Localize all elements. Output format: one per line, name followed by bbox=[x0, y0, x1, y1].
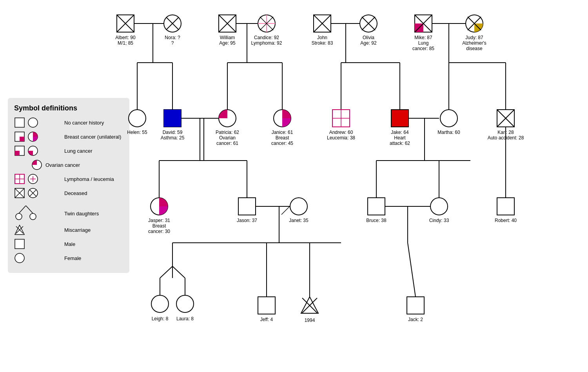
node-laura: Laura: 8 bbox=[176, 295, 194, 321]
svg-text:Mike: 87: Mike: 87 bbox=[414, 35, 432, 40]
node-janice: Janice: 61 Breast cancer: 45 bbox=[271, 110, 293, 146]
svg-text:Asthma: 25: Asthma: 25 bbox=[161, 135, 185, 141]
svg-text:Jake: 64: Jake: 64 bbox=[391, 130, 409, 135]
svg-text:Age: 92: Age: 92 bbox=[360, 40, 377, 46]
svg-text:Lung: Lung bbox=[418, 40, 429, 46]
svg-rect-175 bbox=[407, 297, 424, 314]
node-helen: Helen: 55 bbox=[127, 110, 147, 135]
svg-text:Robert: 40: Robert: 40 bbox=[495, 218, 517, 223]
node-leigh: Leigh: 8 bbox=[151, 295, 169, 321]
svg-text:John: John bbox=[317, 35, 327, 40]
node-janet: Janet: 35 bbox=[289, 198, 309, 223]
node-john: John Stroke: 83 bbox=[312, 15, 333, 46]
svg-rect-154 bbox=[497, 198, 514, 215]
node-cindy: Cindy: 33 bbox=[429, 198, 449, 223]
svg-text:David: 59: David: 59 bbox=[163, 130, 183, 135]
svg-text:Janet: 35: Janet: 35 bbox=[289, 218, 309, 223]
svg-text:Age: 95: Age: 95 bbox=[219, 40, 236, 46]
svg-text:Ovarian: Ovarian bbox=[219, 135, 236, 141]
svg-text:Leigh: 8: Leigh: 8 bbox=[152, 316, 169, 321]
node-jeff: Jeff: 4 bbox=[258, 297, 275, 322]
svg-text:Heart: Heart bbox=[394, 135, 406, 141]
node-miscarriage-1994: 1994 bbox=[301, 297, 318, 323]
svg-text:Candice: 92: Candice: 92 bbox=[254, 35, 279, 40]
svg-text:Patricia: 62: Patricia: 62 bbox=[216, 130, 239, 135]
svg-text:Albert: 90: Albert: 90 bbox=[115, 35, 136, 40]
svg-text:Olivia: Olivia bbox=[363, 35, 374, 40]
node-patricia: Patricia: 62 Ovarian cancer: 61 bbox=[216, 110, 239, 146]
svg-point-147 bbox=[290, 198, 307, 215]
svg-text:Jasper: 31: Jasper: 31 bbox=[148, 218, 170, 223]
node-robert: Robert: 40 bbox=[495, 198, 517, 223]
svg-text:?: ? bbox=[171, 40, 174, 46]
svg-rect-169 bbox=[258, 297, 275, 314]
svg-rect-115 bbox=[391, 110, 408, 127]
svg-text:Janice: 61: Janice: 61 bbox=[272, 130, 293, 135]
svg-text:Helen: 55: Helen: 55 bbox=[127, 130, 147, 135]
svg-text:attack: 62: attack: 62 bbox=[390, 141, 410, 146]
node-olivia: Olivia Age: 92 bbox=[360, 15, 377, 46]
svg-text:Laura: 8: Laura: 8 bbox=[176, 316, 194, 321]
node-mike: Mike: 87 Lung cancer: 85 bbox=[412, 15, 434, 51]
node-william: William Age: 95 bbox=[219, 15, 236, 46]
svg-rect-149 bbox=[368, 198, 385, 215]
svg-point-167 bbox=[176, 295, 194, 312]
svg-text:Martha: 60: Martha: 60 bbox=[437, 130, 460, 135]
svg-line-159 bbox=[160, 266, 172, 278]
svg-point-165 bbox=[151, 295, 169, 312]
svg-text:Leucemia: 38: Leucemia: 38 bbox=[327, 135, 355, 141]
node-jake: Jake: 64 Heart attack: 62 bbox=[390, 110, 410, 146]
svg-line-160 bbox=[172, 266, 185, 278]
svg-text:Judy: 87: Judy: 87 bbox=[465, 35, 483, 40]
svg-text:Jack: 2: Jack: 2 bbox=[408, 317, 423, 322]
node-jack: Jack: 2 bbox=[407, 297, 424, 322]
node-albert: Albert: 90 M/1; 85 bbox=[115, 15, 136, 46]
svg-text:Cindy: 33: Cindy: 33 bbox=[429, 218, 449, 223]
node-martha: Martha: 60 bbox=[437, 110, 460, 135]
node-jason: Jason: 37 bbox=[237, 198, 257, 223]
svg-text:Jason: 37: Jason: 37 bbox=[237, 218, 257, 223]
svg-rect-142 bbox=[238, 198, 256, 215]
svg-text:cancer: 30: cancer: 30 bbox=[148, 229, 170, 234]
svg-text:Alzheimer's: Alzheimer's bbox=[462, 40, 486, 46]
svg-text:Breast: Breast bbox=[276, 135, 289, 141]
svg-text:Stroke: 83: Stroke: 83 bbox=[312, 40, 333, 46]
node-candice: Candice: 92 Lymphoma: 92 bbox=[251, 15, 282, 46]
svg-text:Bruce: 38: Bruce: 38 bbox=[366, 218, 387, 223]
node-david: David: 59 Asthma: 25 bbox=[161, 110, 185, 141]
svg-text:disease: disease bbox=[466, 46, 483, 51]
node-bruce: Bruce: 38 bbox=[366, 198, 387, 223]
svg-text:cancer: 85: cancer: 85 bbox=[412, 46, 434, 51]
svg-text:cancer: 45: cancer: 45 bbox=[271, 141, 293, 146]
node-jasper: Jasper: 31 Breast cancer: 30 bbox=[148, 198, 170, 234]
svg-text:Nora: ?: Nora: ? bbox=[165, 35, 180, 40]
svg-rect-98 bbox=[164, 110, 181, 127]
node-judy: Judy: 87 Alzheimer's disease bbox=[462, 15, 486, 51]
svg-point-120 bbox=[440, 110, 457, 127]
svg-text:cancer: 61: cancer: 61 bbox=[216, 141, 238, 146]
svg-text:1994: 1994 bbox=[305, 318, 315, 323]
svg-text:Jeff: 4: Jeff: 4 bbox=[260, 317, 273, 322]
pedigree-diagram: Albert: 90 M/1; 85 Nora: ? ? William Age… bbox=[0, 0, 588, 372]
svg-point-152 bbox=[430, 198, 448, 215]
svg-text:Lymphoma: 92: Lymphoma: 92 bbox=[251, 40, 282, 46]
svg-line-164 bbox=[408, 243, 416, 297]
node-nora: Nora: ? ? bbox=[164, 15, 181, 46]
node-andrew: Andrew: 60 Leucemia: 38 bbox=[327, 110, 355, 141]
svg-text:Breast: Breast bbox=[152, 223, 166, 229]
svg-text:M/1; 85: M/1; 85 bbox=[118, 40, 133, 46]
svg-text:Andrew: 60: Andrew: 60 bbox=[329, 130, 353, 135]
svg-text:William: William bbox=[220, 35, 235, 40]
svg-point-95 bbox=[129, 110, 146, 127]
